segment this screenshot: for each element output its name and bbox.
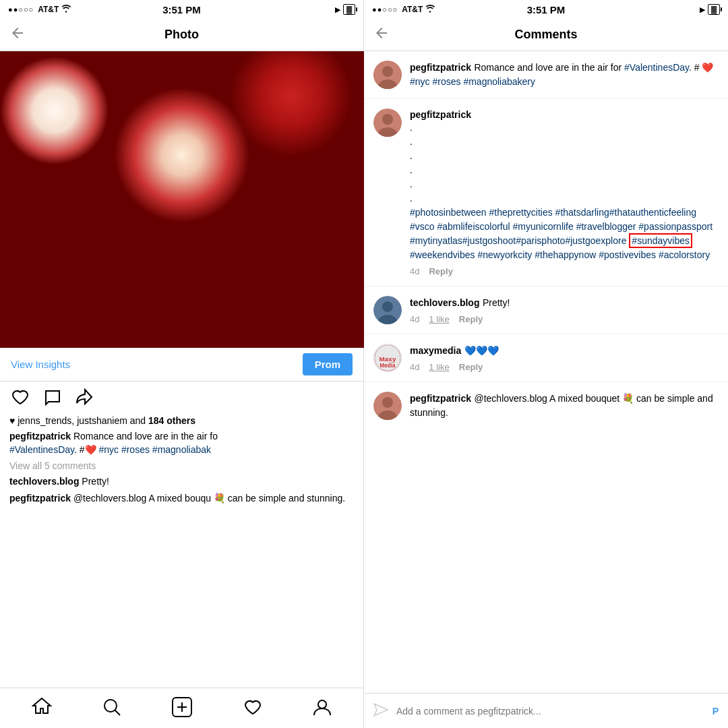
liked-by: jenns_trends, justshaniem and [18, 415, 148, 426]
comment-icon[interactable] [43, 388, 62, 408]
ht-nyc[interactable]: #newyorkcity [477, 249, 532, 260]
ht-shoot[interactable]: #justgoshoot [462, 235, 516, 246]
ht-happy[interactable]: #thehappynow [535, 249, 596, 260]
time-right: 3:51 PM [527, 4, 566, 16]
ht-unicorn[interactable]: #myunicornlife [513, 221, 574, 232]
caption-hashtag1[interactable]: #ValentinesDay. [9, 444, 77, 455]
caption-hashtag4[interactable]: #magnoliabak [152, 444, 211, 455]
location-icon-left: ▶ [335, 5, 340, 14]
commenter-1-username[interactable]: techlovers.blog [9, 476, 79, 487]
comment-like-3[interactable]: 1 like [429, 314, 449, 324]
nav-bar-right: Comments [364, 19, 728, 51]
hashtag-magnolia[interactable]: #magnoliabakery [463, 76, 535, 87]
reply-button-3[interactable]: Reply [459, 314, 483, 324]
comment-meta-4: 4d 1 like Reply [410, 362, 719, 372]
ht-sunday[interactable]: #sundayvibes [629, 233, 692, 248]
likes-row: ♥ jenns_trends, justshaniem and 184 othe… [9, 415, 354, 426]
svg-point-5 [318, 700, 326, 708]
hashtag-nyc[interactable]: #nyc [410, 76, 430, 87]
comment-block-5: pegfitzpatrick @techlovers.blog A mixed … [364, 382, 728, 429]
add-comment-input[interactable] [396, 706, 704, 717]
heart-emoji-left: #❤️ [80, 444, 96, 455]
comment-text-2: ...... #photosinbetween #theprettycities… [410, 121, 719, 262]
comment-body-3: techlovers.blog Pretty! 4d 1 like Reply [410, 296, 719, 324]
back-button-left[interactable] [9, 24, 26, 46]
comment-time-4: 4d [410, 362, 419, 372]
add-icon[interactable] [171, 696, 193, 721]
svg-line-1 [115, 710, 120, 715]
wifi-icon-right [425, 5, 435, 15]
avatar-3 [373, 296, 402, 324]
comment-username-5[interactable]: pegfitzpatrick [410, 393, 471, 404]
svg-point-19 [382, 397, 393, 408]
avatar-4: Maxy Media [373, 344, 402, 372]
liked-by-bold: 184 others [148, 415, 195, 426]
ht-positive[interactable]: #postivevibes [599, 249, 656, 260]
view-all-comments[interactable]: View all 5 comments [9, 460, 354, 471]
bottom-nav [0, 688, 363, 728]
signal-dots: ●●○○○ [8, 5, 34, 13]
commenter-2-username[interactable]: pegfitzpatrick [9, 493, 71, 504]
promo-button[interactable]: Prom [303, 353, 353, 375]
status-left: ●●○○○ AT&T [8, 5, 71, 15]
home-icon[interactable] [32, 696, 52, 720]
commenter-2-text: @techlovers.blog A mixed bouqu [73, 493, 211, 504]
ht-atlas[interactable]: #mytinyatlas [410, 235, 462, 246]
ht-travel[interactable]: #travelblogger [576, 221, 636, 232]
reply-button-4[interactable]: Reply [459, 362, 483, 372]
battery-icon-right: ▓ [708, 4, 720, 15]
right-panel: ●●○○○ AT&T 3:51 PM ▶ ▓ Comments [364, 0, 728, 728]
ht-color[interactable]: #acolorstory [659, 249, 710, 260]
svg-point-7 [382, 66, 393, 77]
location-icon-right: ▶ [700, 5, 705, 14]
avatar-2 [373, 109, 402, 137]
comment-block-3: techlovers.blog Pretty! 4d 1 like Reply [364, 286, 728, 334]
comment-username-1[interactable]: pegfitzpatrick [410, 62, 471, 73]
ht-weekend[interactable]: #weekendvibes [410, 249, 475, 260]
avatar-1 [373, 61, 402, 89]
heart-nav-icon[interactable] [243, 698, 262, 719]
comment-username-2[interactable]: pegfitzpatrick [410, 109, 471, 120]
svg-point-13 [382, 301, 393, 312]
ht-vsco[interactable]: #vsco [410, 221, 435, 232]
nav-bar-left: Photo [0, 19, 363, 51]
comment-time-2: 4d [410, 266, 419, 276]
comment-body-2: pegfitzpatrick ...... #photosinbetween #… [410, 109, 719, 276]
comment-body-1: pegfitzpatrick Romance and love are in t… [410, 61, 719, 89]
wifi-icon-left [61, 5, 71, 15]
caption-text: Romance and love are in the air fo [73, 431, 218, 442]
comment-like-4[interactable]: 1 like [429, 362, 449, 372]
profile-icon[interactable] [313, 698, 332, 719]
ht-photos[interactable]: #photosinbetween [410, 207, 487, 218]
svg-text:Media: Media [380, 363, 396, 369]
view-insights-link[interactable]: View Insights [11, 359, 70, 370]
caption-hashtag2[interactable]: #nyc [98, 444, 119, 455]
ht-authentic[interactable]: #thatauthenticfeeling [609, 207, 696, 218]
heart-icon[interactable] [11, 388, 30, 408]
comment-time-3: 4d [410, 314, 419, 324]
comment-block-2: pegfitzpatrick ...... #photosinbetween #… [364, 99, 728, 286]
comment-username-4[interactable]: maxymedia [410, 345, 461, 356]
post-comment-button[interactable]: P [712, 706, 719, 717]
ht-passport[interactable]: #passionpassport [638, 221, 712, 232]
back-button-right[interactable] [373, 24, 390, 46]
search-icon[interactable] [102, 698, 121, 719]
caption-row: pegfitzpatrick Romance and love are in t… [9, 430, 354, 456]
caption-hashtag3[interactable]: #roses [121, 444, 150, 455]
comment-item-2: pegfitzpatrick @techlovers.blog A mixed … [9, 492, 354, 506]
photo-area [0, 51, 364, 348]
ht-explore[interactable]: #justgoexplore [565, 235, 626, 246]
hashtag-roses[interactable]: #roses [432, 76, 460, 87]
ht-darling[interactable]: #thatsdarling [555, 207, 609, 218]
comment-username-3[interactable]: techlovers.blog [410, 297, 479, 308]
comment-item-1: techlovers.blog Pretty! [9, 475, 354, 489]
ht-abm[interactable]: #abmlifeiscolorful [437, 221, 510, 232]
reply-button-2[interactable]: Reply [429, 266, 452, 276]
comment-block-4: Maxy Media maxymedia 💙💙💙 4d 1 like Reply [364, 334, 728, 382]
comment-body-4: maxymedia 💙💙💙 4d 1 like Reply [410, 344, 719, 372]
hashtag-valentines[interactable]: #ValentinesDay [624, 62, 689, 73]
add-comment-bar: P [364, 693, 728, 728]
share-icon[interactable] [75, 388, 94, 408]
ht-pretty[interactable]: #theprettycities [489, 207, 553, 218]
ht-paris[interactable]: #parisphoto [516, 235, 565, 246]
